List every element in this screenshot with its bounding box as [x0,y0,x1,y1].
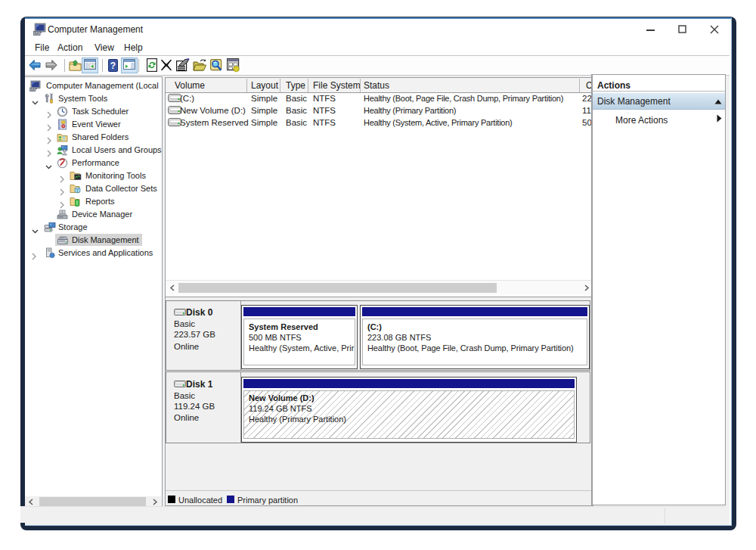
svg-text:?: ? [110,61,116,71]
